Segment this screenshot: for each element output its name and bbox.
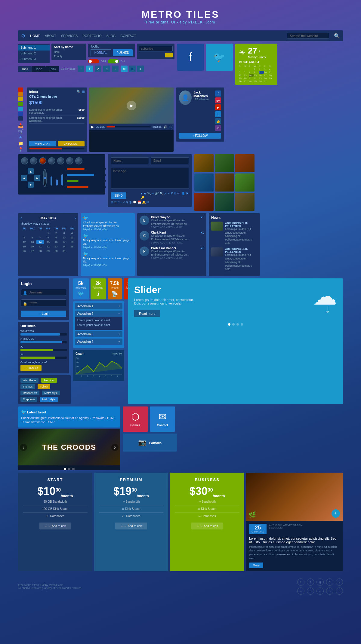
movie-dot-2[interactable] — [68, 468, 70, 470]
like-icon[interactable]: 👍 — [215, 118, 221, 124]
cal-prev-btn[interactable]: ‹ — [20, 216, 22, 220]
gplus-icon[interactable]: g+ — [215, 97, 221, 103]
tag-themes[interactable]: Themes — [20, 384, 35, 389]
footer-bottom-4[interactable]: ○ — [326, 587, 333, 595]
footer-bottom-2[interactable]: ○ — [307, 587, 314, 595]
twitter-tile[interactable]: 🐦 — [206, 44, 233, 71]
fb-profile-icon[interactable]: f — [215, 90, 221, 97]
dpad-left[interactable]: ◄ — [21, 175, 27, 181]
tab-2[interactable]: Tab2 — [32, 66, 46, 72]
message-textarea[interactable] — [111, 168, 189, 189]
knob-7[interactable] — [75, 157, 82, 164]
submenu-item-3[interactable]: Submenu 3 — [18, 56, 50, 62]
tab-3[interactable]: Tab3 — [45, 66, 59, 72]
blog-plus-btn[interactable]: + — [332, 509, 340, 518]
nav-home[interactable]: HOME — [30, 34, 40, 38]
slider-h-1[interactable] — [67, 168, 106, 170]
footer-icon-3[interactable]: g — [316, 578, 324, 586]
accordion-header-1[interactable]: Accordion 1+ — [75, 303, 122, 309]
nav-portfolio[interactable]: PORTFOLIO — [82, 34, 101, 38]
toggle-off[interactable] — [88, 59, 99, 63]
pag-2[interactable]: 2 — [95, 66, 101, 72]
movie-prev-btn[interactable]: ‹ — [20, 444, 27, 451]
dpad-right[interactable]: ► — [34, 175, 40, 181]
dot-1[interactable] — [228, 323, 230, 326]
accordion-header-4[interactable]: Accordion 4+ — [75, 339, 122, 345]
pag-1[interactable]: 1 — [86, 66, 93, 72]
tag-metro2[interactable]: Metro style — [40, 397, 58, 402]
checkout-btn[interactable]: CHECKOUT — [58, 141, 85, 146]
tw-profile-icon[interactable]: t — [215, 111, 221, 117]
send-btn[interactable]: SEND — [111, 192, 126, 199]
slider-v-1[interactable] — [51, 170, 52, 186]
slider-h-2[interactable] — [67, 174, 106, 176]
slider-h-3[interactable] — [67, 180, 106, 182]
tag-wordpress[interactable]: WordPress — [20, 378, 39, 383]
knob-3[interactable] — [39, 157, 46, 164]
games-tile[interactable]: ⬡ Games — [123, 406, 148, 432]
submenu-item-1[interactable]: Submenu 1 — [18, 45, 50, 51]
pricing-start-btn[interactable]: → Add to cart — [39, 523, 71, 529]
portfolio-tile[interactable]: 📷 Portfolio — [123, 434, 177, 452]
play-button[interactable]: ▶ — [127, 101, 136, 110]
knob-2[interactable] — [30, 157, 37, 164]
dpad-down[interactable]: ▼ — [28, 182, 34, 188]
more-btn[interactable]: More — [249, 563, 263, 568]
knob-5[interactable] — [57, 157, 64, 164]
sort-priority[interactable]: Priority — [54, 54, 84, 58]
tag-metro1[interactable]: Metro style — [42, 391, 60, 395]
main-knob[interactable] — [43, 169, 47, 187]
accordion-header-2[interactable]: Accordion 2− — [75, 311, 122, 317]
slider-h-4[interactable] — [67, 186, 106, 188]
footer-bottom-1[interactable]: ○ — [297, 587, 304, 595]
subscribe-input[interactable] — [139, 46, 173, 51]
read-more-btn[interactable]: Read more — [134, 310, 160, 317]
nav-services[interactable]: SERVICES — [61, 34, 78, 38]
volume-btn[interactable]: 🔊 — [163, 125, 167, 129]
name-input[interactable] — [111, 157, 149, 164]
cal-next-btn[interactable]: › — [74, 216, 76, 220]
email-input[interactable] — [151, 157, 189, 164]
detail-view-btn[interactable]: ≡ — [137, 66, 144, 72]
pag-next[interactable]: › — [112, 66, 119, 72]
footer-bottom-3[interactable]: ○ — [316, 587, 324, 595]
knob-6[interactable] — [66, 157, 73, 164]
accordion-header-3[interactable]: Accordion 3+ — [75, 331, 122, 337]
slider-v-2[interactable] — [56, 170, 58, 186]
sort-date[interactable]: Date — [54, 50, 84, 54]
tag-yellow[interactable]: Yellow — [38, 384, 50, 389]
dot-3[interactable] — [236, 323, 239, 326]
play-pause-btn[interactable]: ▶ — [91, 125, 94, 129]
knob-1[interactable] — [21, 157, 28, 164]
facebook-tile[interactable]: f — [177, 44, 204, 71]
movie-dot-1[interactable] — [64, 468, 66, 470]
knob-4[interactable] — [48, 157, 55, 164]
plus-icon[interactable]: +1 — [215, 125, 221, 131]
submenu-item-2[interactable]: Submenu 2 — [18, 51, 50, 56]
media-progress-bar[interactable] — [106, 126, 151, 127]
movie-next-btn[interactable]: › — [111, 444, 119, 451]
toggle-on[interactable] — [108, 59, 119, 63]
pricing-business-btn[interactable]: → Add to cart — [191, 523, 223, 529]
nav-contact[interactable]: CONTACT — [120, 34, 136, 38]
nav-blog[interactable]: BLOG — [106, 34, 116, 38]
movie-dot-3[interactable] — [72, 468, 75, 470]
tag-premium[interactable]: Premium — [41, 378, 57, 383]
dpad-up[interactable]: ▲ — [28, 168, 34, 174]
nav-about[interactable]: ABOUT — [45, 34, 56, 38]
footer-icon-1[interactable]: f — [297, 578, 304, 586]
footer-icon-2[interactable]: t — [307, 578, 314, 586]
pricing-premium-btn[interactable]: → Add to cart — [115, 523, 147, 529]
email-us-btn[interactable]: → Email us — [20, 365, 42, 371]
grid-view-btn[interactable]: ⊞ — [121, 66, 128, 72]
dot-2[interactable] — [232, 323, 235, 326]
view-cart-btn[interactable]: VIEW CART — [29, 141, 56, 146]
footer-icon-5[interactable]: y — [336, 578, 343, 586]
search-input[interactable] — [287, 33, 329, 39]
follow-btn[interactable]: + FOLLOW — [179, 133, 221, 139]
footer-bottom-5[interactable]: ○ — [336, 587, 343, 595]
slider-v-3[interactable] — [61, 170, 63, 186]
login-btn[interactable]: → Login — [21, 311, 66, 317]
contact-tile[interactable]: ✉ Contact — [150, 406, 175, 432]
subscribe-btn[interactable]: → — [165, 53, 173, 57]
